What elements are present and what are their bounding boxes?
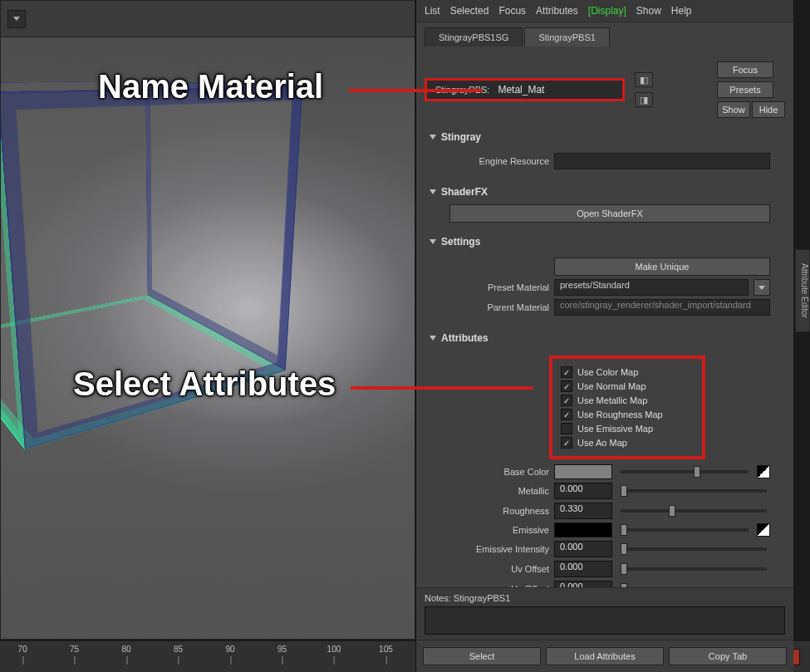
section-header[interactable]: Settings (423, 233, 777, 251)
engine-resource-label: Engine Resource (449, 156, 549, 166)
viewport-3d[interactable] (0, 0, 415, 640)
emissive-label: Emissive (449, 525, 549, 535)
emissive-intensity-input[interactable]: 0.000 (554, 541, 612, 557)
mesh-cube[interactable] (0, 81, 326, 512)
checkbox[interactable] (561, 395, 572, 406)
uv-offset-slider[interactable] (621, 567, 767, 571)
slider-thumb[interactable] (694, 466, 700, 478)
checkbox-label: Use Ao Map (577, 438, 627, 448)
tab-stingraypbs1sg[interactable]: StingrayPBS1SG (425, 27, 523, 47)
checkbox-label: Use Color Map (577, 367, 638, 377)
map-swatch[interactable] (757, 465, 770, 478)
slider-thumb[interactable] (621, 524, 627, 536)
section-header[interactable]: Stingray (423, 128, 777, 146)
roughness-input[interactable]: 0.330 (554, 503, 612, 519)
show-button[interactable]: Show (717, 101, 750, 118)
emissive-slider[interactable] (621, 528, 749, 532)
roughness-row: Roughness 0.330 (449, 503, 770, 519)
metallic-slider[interactable] (621, 489, 767, 493)
uv-offset-input[interactable]: 0.000 (554, 561, 612, 577)
chevron-down-icon (758, 286, 765, 290)
engine-resource-input[interactable] (554, 153, 770, 169)
load-attributes-button[interactable]: Load Attributes (546, 647, 664, 665)
collapse-icon (430, 336, 436, 341)
emissive-row: Emissive (449, 522, 770, 537)
menu-list[interactable]: List (425, 5, 440, 17)
checkbox[interactable] (561, 380, 572, 392)
checkbox-row: Use Ao Map (561, 437, 694, 449)
notes-section: Notes: StingrayPBS1 (416, 587, 793, 640)
section-header[interactable]: Attributes (423, 329, 777, 347)
timeline-tick: 105 (379, 645, 393, 654)
roughness-label: Roughness (449, 506, 549, 516)
slider-thumb[interactable] (621, 583, 627, 587)
section-stingray: Stingray Engine Resource (423, 128, 777, 179)
section-title: Stingray (441, 131, 481, 143)
tab-stingraypbs1[interactable]: StingrayPBS1 (524, 27, 609, 47)
uv-offset-input[interactable]: 0.000 (554, 581, 612, 587)
emissive-intensity-slider[interactable] (621, 547, 767, 551)
checkbox-row: Use Emissive Map (561, 423, 694, 434)
menu-attributes[interactable]: Attributes (536, 5, 578, 17)
attribute-checks-highlight: Use Color MapUse Normal MapUse Metallic … (549, 356, 705, 459)
presets-button[interactable]: Presets (717, 81, 773, 98)
collapse-icon (430, 189, 436, 194)
node-name-field-highlight: StingrayPBS: Metal_Mat (425, 78, 625, 101)
map-swatch[interactable] (757, 523, 770, 537)
uv-offset-label: Uv Offset (449, 564, 549, 574)
attribute-editor-menu-bar: ListSelectedFocusAttributesDisplayShowHe… (416, 0, 793, 22)
viewport-toolbar (1, 1, 415, 37)
attribute-scroll-area[interactable]: Stingray Engine Resource ShaderFX Open S… (416, 125, 793, 587)
checkbox[interactable] (561, 423, 572, 434)
bottom-button-bar: SelectLoad AttributesCopy Tab (416, 640, 793, 672)
checkbox-row: Use Metallic Map (561, 395, 694, 406)
viewport-dropdown[interactable] (7, 10, 26, 28)
make-unique-button[interactable]: Make Unique (554, 258, 770, 276)
section-title: Settings (441, 236, 480, 248)
menu-help[interactable]: Help (671, 5, 692, 17)
notes-label: Notes: StingrayPBS1 (425, 593, 785, 603)
metallic-input[interactable]: 0.000 (554, 483, 612, 499)
slider-thumb[interactable] (669, 505, 675, 517)
checkbox-row: Use Roughness Map (561, 409, 694, 420)
collapse-icon (430, 239, 436, 244)
timeline-tick: 80 (122, 645, 131, 654)
show-in-hypershade-icon[interactable]: ◨ (635, 92, 653, 107)
open-shaderfx-button[interactable]: Open ShaderFX (449, 204, 770, 223)
checkbox-label: Use Metallic Map (577, 395, 647, 405)
menu-focus[interactable]: Focus (498, 5, 526, 17)
node-tabs: StingrayPBS1SGStingrayPBS1 (416, 22, 793, 47)
attribute-editor-panel: ListSelectedFocusAttributesDisplayShowHe… (415, 0, 793, 672)
notes-textarea[interactable] (425, 606, 785, 635)
attribute-editor-tab[interactable]: Attribute Editor (795, 249, 810, 332)
checkbox-label: Use Normal Map (577, 381, 646, 391)
hide-button[interactable]: Hide (752, 101, 785, 118)
timeline-tick: 70 (18, 645, 27, 654)
slider-thumb[interactable] (621, 563, 627, 575)
emissive-intensity-row: Emissive Intensity 0.000 (449, 541, 770, 557)
preset-dropdown-button[interactable] (754, 279, 770, 296)
base-color-swatch[interactable] (554, 464, 612, 479)
menu-show[interactable]: Show (636, 5, 661, 17)
menu-selected[interactable]: Selected (450, 5, 489, 17)
preset-material-input[interactable]: presets/Standard (554, 279, 749, 296)
roughness-slider[interactable] (621, 509, 767, 513)
input-output-icon[interactable]: ◧ (635, 72, 653, 87)
menu-display[interactable]: Display (588, 5, 626, 17)
checkbox[interactable] (561, 366, 572, 378)
checkbox[interactable] (561, 437, 572, 449)
timeline-tick: 95 (277, 645, 287, 654)
select-button[interactable]: Select (423, 647, 541, 665)
emissive-swatch[interactable] (554, 522, 612, 537)
checkbox[interactable] (561, 409, 572, 420)
cube-face (0, 86, 302, 450)
slider-thumb[interactable] (621, 543, 627, 555)
slider-thumb[interactable] (621, 485, 627, 497)
focus-button[interactable]: Focus (717, 61, 773, 78)
section-header[interactable]: ShaderFX (423, 183, 777, 201)
node-name-input[interactable]: Metal_Mat (494, 81, 619, 98)
copy-tab-button[interactable]: Copy Tab (669, 647, 787, 665)
node-header: StingrayPBS: Metal_Mat ◧ ◨ Focus Presets… (416, 47, 793, 125)
base-color-label: Base Color (449, 467, 549, 477)
base-color-slider[interactable] (621, 470, 749, 473)
